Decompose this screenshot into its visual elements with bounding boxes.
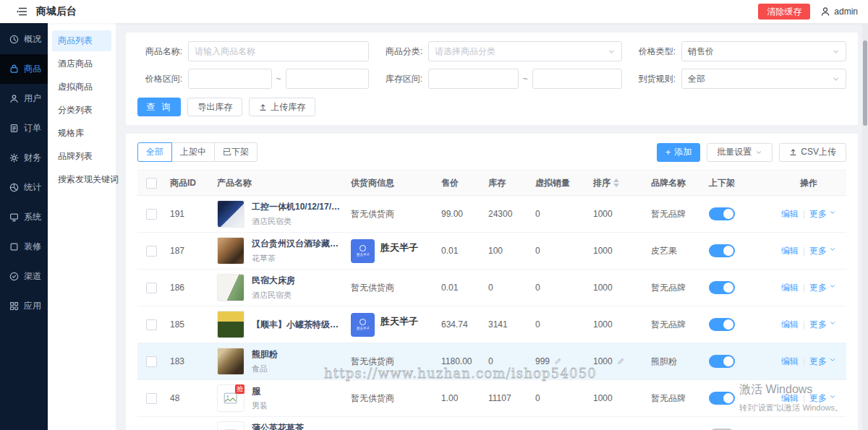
- price-max-input[interactable]: [292, 74, 363, 84]
- column-header: 品牌名称: [647, 171, 705, 196]
- tab-已下架[interactable]: 已下架: [214, 142, 258, 162]
- product-image: [217, 237, 244, 265]
- status-tabs: 全部上架中已下架: [137, 142, 258, 162]
- product-name-link[interactable]: 工控一体机10/12/17/1...: [252, 201, 342, 213]
- upload-icon: [789, 148, 797, 156]
- submenu-item-spec-lib[interactable]: 规格库: [52, 123, 111, 144]
- scrollbar-track[interactable]: [862, 23, 868, 430]
- edit-link[interactable]: 编辑: [781, 319, 799, 330]
- price-range-label: 价格区间:: [137, 73, 188, 85]
- product-category: 食品: [252, 364, 278, 374]
- price-type-label: 价格类型:: [631, 46, 681, 58]
- row-checkbox[interactable]: [146, 209, 157, 220]
- more-link[interactable]: 更多: [809, 319, 836, 330]
- edit-link[interactable]: 编辑: [781, 356, 799, 366]
- tab-上架中[interactable]: 上架中: [171, 142, 215, 162]
- submenu-item-category-list[interactable]: 分类列表: [52, 100, 111, 121]
- sidebar-item-decorate[interactable]: 装修: [0, 232, 48, 262]
- sort-icon[interactable]: [613, 179, 619, 187]
- sidebar-item-stats[interactable]: 统计: [0, 173, 48, 202]
- upload-icon: [259, 103, 267, 111]
- row-checkbox[interactable]: [146, 283, 157, 293]
- more-link[interactable]: 更多: [809, 393, 836, 403]
- row-checkbox[interactable]: [146, 393, 157, 404]
- cell-sort: 1000: [589, 306, 647, 343]
- column-header: 供货商信息: [346, 171, 437, 196]
- sidebar-item-channel[interactable]: 渠道: [0, 262, 48, 291]
- on-sale-toggle[interactable]: [709, 355, 735, 368]
- more-link[interactable]: 更多: [809, 246, 836, 256]
- cell-price: 28.00: [437, 417, 484, 430]
- export-stock-button[interactable]: 导出库存: [187, 98, 242, 116]
- arrival-rule-select[interactable]: 全部: [681, 69, 846, 89]
- more-link[interactable]: 更多: [809, 356, 836, 366]
- edit-link[interactable]: 编辑: [781, 209, 799, 219]
- on-sale-toggle[interactable]: [709, 281, 735, 294]
- clear-cache-button[interactable]: 清除缓存: [758, 4, 810, 20]
- column-header: 操作: [771, 171, 846, 196]
- batch-settings-button[interactable]: 批量设置: [707, 143, 773, 162]
- on-sale-toggle[interactable]: [709, 318, 735, 331]
- column-header: 售价: [437, 171, 484, 196]
- edit-sort-icon[interactable]: [617, 357, 625, 365]
- submenu-item-product-list[interactable]: 商品列表: [52, 30, 111, 51]
- upload-stock-button[interactable]: 上传库存: [249, 98, 315, 116]
- sidebar-item-product[interactable]: 商品: [0, 54, 48, 84]
- cell-brand: 暂无品牌: [647, 306, 705, 343]
- row-checkbox[interactable]: [146, 319, 157, 330]
- sidebar-item-system[interactable]: 系统: [0, 202, 48, 232]
- price-min-input[interactable]: [195, 74, 265, 84]
- stock-min-input[interactable]: [435, 74, 512, 84]
- submenu-item-virtual-product[interactable]: 虚拟商品: [52, 77, 111, 98]
- submenu-item-search-keywords[interactable]: 搜索发现关键词: [52, 169, 111, 190]
- product-name-link[interactable]: 服: [252, 385, 268, 397]
- product-name-input[interactable]: [195, 46, 362, 56]
- stock-max-input[interactable]: [539, 74, 616, 84]
- cell-product-id: 48: [166, 380, 213, 417]
- more-link[interactable]: 更多: [809, 283, 836, 293]
- product-image: 抢: [217, 384, 244, 412]
- search-button[interactable]: 查 询: [137, 98, 181, 116]
- on-sale-toggle[interactable]: [709, 207, 735, 220]
- cell-sort: 1000: [589, 380, 647, 417]
- add-button[interactable]: + 添加: [657, 143, 701, 162]
- product-name-link[interactable]: 民宿大床房: [252, 275, 295, 287]
- on-sale-toggle[interactable]: [709, 244, 735, 257]
- edit-link[interactable]: 编辑: [781, 246, 799, 256]
- on-sale-toggle[interactable]: [709, 392, 735, 405]
- category-select[interactable]: 请选择商品分类: [428, 41, 622, 61]
- edit-link[interactable]: 编辑: [781, 283, 799, 293]
- submenu-item-brand-list[interactable]: 品牌列表: [52, 146, 111, 167]
- sidebar-item-user[interactable]: 用户: [0, 84, 48, 113]
- sidebar-item-apps[interactable]: 应用: [0, 291, 48, 321]
- product-name-link[interactable]: 【顺丰】小罐茶特级龙...: [252, 319, 342, 331]
- product-name-link[interactable]: 熊胆粉: [252, 348, 278, 361]
- submenu-item-hotel-product[interactable]: 酒店商品: [52, 53, 111, 74]
- cell-product-id: 186: [166, 270, 213, 306]
- table-row: 187汉台贵州汉台酒珍藏30...花草茶胜天半子胜天半子0.0110001000…: [137, 233, 846, 270]
- more-link[interactable]: 更多: [809, 209, 836, 219]
- sidebar-item-overview[interactable]: 概况: [0, 25, 48, 54]
- product-name-link[interactable]: 汉台贵州汉台酒珍藏30...: [252, 238, 342, 250]
- price-type-select[interactable]: 销售价: [681, 41, 846, 61]
- cell-price: 0.01: [437, 270, 484, 306]
- edit-virtual-sales-icon[interactable]: [554, 357, 562, 365]
- user-menu[interactable]: admin: [820, 7, 858, 17]
- scrollbar-thumb[interactable]: [863, 40, 867, 126]
- product-name-link[interactable]: 蒲公英花草茶: [252, 422, 304, 430]
- product-image: [217, 200, 244, 228]
- sidebar-item-finance[interactable]: 财务: [0, 143, 48, 173]
- plus-icon: +: [665, 147, 671, 157]
- row-checkbox[interactable]: [146, 246, 157, 257]
- select-all-checkbox[interactable]: [146, 178, 157, 189]
- sidebar-item-label: 订单: [24, 122, 41, 134]
- row-checkbox[interactable]: [146, 356, 157, 367]
- tab-全部[interactable]: 全部: [137, 142, 172, 162]
- csv-upload-button[interactable]: CSV上传: [779, 143, 846, 162]
- menu-fold-icon[interactable]: [16, 6, 27, 17]
- cell-virtual-sales: 0: [531, 233, 589, 270]
- table-row: 47蒲公英花草茶花草茶暂无供货商28.00401000北京同仁堂编辑|更多: [137, 417, 846, 430]
- edit-link[interactable]: 编辑: [781, 393, 799, 403]
- cell-supplier: 暂无供货商: [346, 196, 437, 233]
- sidebar-item-order[interactable]: 订单: [0, 113, 48, 143]
